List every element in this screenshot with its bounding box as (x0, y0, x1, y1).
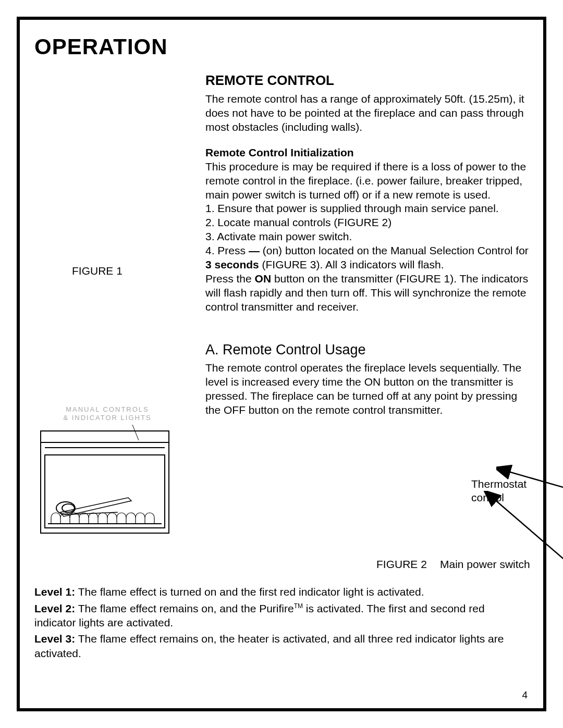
remote-init-intro: This procedure is may be required if the… (205, 160, 529, 202)
fireplace-diagram-label-line2: & INDICATOR LIGHTS (40, 414, 175, 422)
svg-point-5 (56, 502, 75, 514)
level-1: Level 1: The flame effect is turned on a… (34, 585, 529, 599)
step-4: 4. Press — (on) button located on the Ma… (205, 244, 529, 272)
fireplace-diagram: MANUAL CONTROLS & INDICATOR LIGHTS (40, 405, 175, 534)
page-number: 4 (522, 689, 528, 701)
fireplace-svg (40, 425, 170, 534)
right-column: REMOTE CONTROL The remote control has a … (205, 72, 529, 569)
figure-1-caption: FIGURE 1 (72, 265, 191, 277)
usage-heading: A. Remote Control Usage (205, 341, 529, 359)
step-2: 2. Locate manual controls (FIGURE 2) (205, 216, 529, 230)
fireplace-diagram-label-line1: MANUAL CONTROLS (40, 405, 175, 414)
svg-line-21 (494, 499, 563, 564)
usage-body: The remote control operates the fireplac… (205, 361, 529, 417)
remote-control-heading: REMOTE CONTROL (205, 72, 529, 89)
page: OPERATION FIGURE 1 MANUAL CONTROLS & IND… (0, 0, 563, 728)
level-3: Level 3: The flame effect remains on, th… (34, 632, 529, 660)
svg-rect-3 (45, 455, 165, 528)
levels-section: Level 1: The flame effect is turned on a… (34, 585, 529, 660)
figure-2-region: FIGURE 2 (205, 465, 529, 569)
step-5: Press the ON button on the transmitter (… (205, 272, 529, 314)
two-column-layout: FIGURE 1 MANUAL CONTROLS & INDICATOR LIG… (34, 72, 529, 569)
left-column: FIGURE 1 MANUAL CONTROLS & INDICATOR LIG… (34, 72, 191, 569)
step-1: 1. Ensure that power is supplied through… (205, 202, 529, 216)
svg-rect-0 (41, 431, 169, 533)
thermostat-label: Thermostat control (471, 477, 534, 503)
step-3: 3. Activate main power switch. (205, 230, 529, 244)
svg-point-6 (62, 504, 75, 512)
svg-line-4 (132, 425, 139, 440)
figure-2-caption: FIGURE 2 (376, 558, 427, 572)
page-frame: OPERATION FIGURE 1 MANUAL CONTROLS & IND… (17, 17, 546, 711)
remote-init-heading: Remote Control Initialization (205, 146, 529, 160)
main-power-label: Main power switch (440, 558, 539, 572)
remote-intro: The remote control has a range of approx… (205, 92, 529, 134)
section-heading: OPERATION (34, 34, 529, 59)
level-2: Level 2: The flame effect remains on, an… (34, 601, 529, 630)
